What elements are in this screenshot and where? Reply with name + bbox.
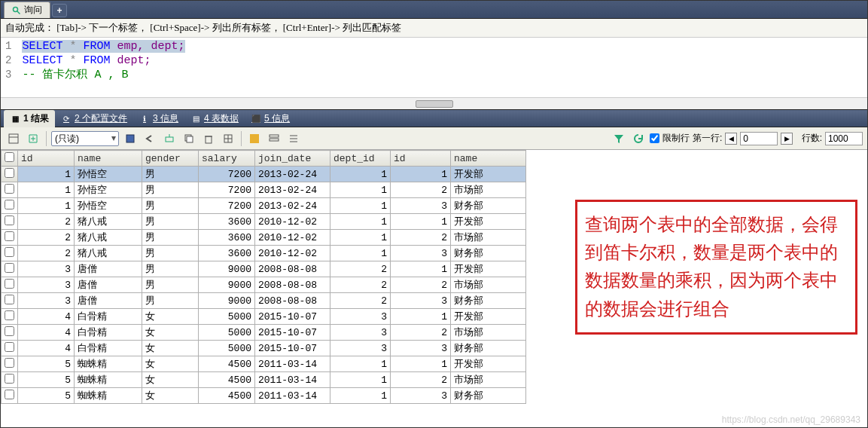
cell-id2[interactable]: 2 <box>391 230 451 246</box>
first-row-input[interactable] <box>740 132 778 145</box>
table-row[interactable]: 5蜘蛛精女45002011-03-1412市场部 <box>2 372 526 388</box>
cell-name[interactable]: 蜘蛛精 <box>75 372 142 388</box>
first-row-next[interactable]: ▶ <box>781 133 793 145</box>
filter-button[interactable] <box>611 130 627 147</box>
col-join-date[interactable]: join_date <box>255 151 330 167</box>
cell-gender[interactable]: 男 <box>142 230 199 246</box>
cell-salary[interactable]: 4500 <box>199 388 255 404</box>
cell-gender[interactable]: 男 <box>142 214 199 230</box>
tab-info2[interactable]: ⬛ 5 信息 <box>245 110 296 127</box>
cell-id[interactable]: 4 <box>18 309 75 325</box>
cell-name[interactable]: 猪八戒 <box>75 246 142 261</box>
cell-id2[interactable]: 1 <box>391 261 451 277</box>
table-row[interactable]: 5蜘蛛精女45002011-03-1411开发部 <box>2 356 526 372</box>
cell-name[interactable]: 蜘蛛精 <box>75 388 142 404</box>
row-checkbox[interactable] <box>2 293 18 309</box>
cell-name[interactable]: 白骨精 <box>75 309 142 325</box>
col-salary[interactable]: salary <box>199 151 255 167</box>
undo-button[interactable] <box>142 130 158 147</box>
insert-row-button[interactable] <box>5 130 22 147</box>
cell-name2[interactable]: 市场部 <box>451 182 526 198</box>
cell-salary[interactable]: 9000 <box>199 261 255 277</box>
cell-join-date[interactable]: 2013-02-24 <box>255 182 330 198</box>
cell-id2[interactable]: 3 <box>391 388 451 404</box>
row-checkbox[interactable] <box>2 341 18 356</box>
col-gender[interactable]: gender <box>142 151 199 167</box>
cell-join-date[interactable]: 2015-10-07 <box>255 325 330 341</box>
cell-join-date[interactable]: 2010-12-02 <box>255 246 330 261</box>
row-checkbox[interactable] <box>2 230 18 246</box>
view-text-button[interactable] <box>285 130 302 147</box>
cell-gender[interactable]: 男 <box>142 293 199 309</box>
row-checkbox[interactable] <box>2 182 18 198</box>
cell-name2[interactable]: 财务部 <box>451 246 526 261</box>
cell-id2[interactable]: 1 <box>391 356 451 372</box>
cell-gender[interactable]: 男 <box>142 167 199 182</box>
table-row[interactable]: 4白骨精女50002015-10-0731开发部 <box>2 309 526 325</box>
cell-name2[interactable]: 财务部 <box>451 198 526 214</box>
cell-dept-id[interactable]: 3 <box>330 341 391 356</box>
save-button[interactable] <box>122 130 139 147</box>
delete-button[interactable] <box>200 130 217 147</box>
cell-id2[interactable]: 3 <box>391 198 451 214</box>
row-checkbox[interactable] <box>2 198 18 214</box>
cell-id[interactable]: 5 <box>18 356 75 372</box>
cell-join-date[interactable]: 2011-03-14 <box>255 372 330 388</box>
cell-join-date[interactable]: 2013-02-24 <box>255 167 330 182</box>
table-row[interactable]: 1孙悟空男72002013-02-2411开发部 <box>2 167 526 182</box>
table-row[interactable]: 1孙悟空男72002013-02-2413财务部 <box>2 198 526 214</box>
cell-dept-id[interactable]: 1 <box>330 356 391 372</box>
cell-join-date[interactable]: 2008-08-08 <box>255 277 330 293</box>
limit-rows-checkbox[interactable] <box>650 133 659 143</box>
cell-name[interactable]: 白骨精 <box>75 341 142 356</box>
select-all-header[interactable] <box>2 151 18 167</box>
cell-id2[interactable]: 2 <box>391 325 451 341</box>
new-tab-button[interactable]: + <box>52 4 67 17</box>
cell-id2[interactable]: 2 <box>391 277 451 293</box>
code-area[interactable]: SELECT * FROM emp, dept; SELECT * FROM d… <box>22 38 184 84</box>
row-checkbox[interactable] <box>2 372 18 388</box>
table-row[interactable]: 3唐僧男90002008-08-0822市场部 <box>2 277 526 293</box>
row-checkbox[interactable] <box>2 277 18 293</box>
cell-gender[interactable]: 女 <box>142 341 199 356</box>
cell-dept-id[interactable]: 1 <box>330 167 391 182</box>
cell-salary[interactable]: 5000 <box>199 309 255 325</box>
table-row[interactable]: 4白骨精女50002015-10-0733财务部 <box>2 341 526 356</box>
cell-join-date[interactable]: 2011-03-14 <box>255 388 330 404</box>
row-checkbox[interactable] <box>2 246 18 261</box>
cell-gender[interactable]: 男 <box>142 261 199 277</box>
cell-gender[interactable]: 女 <box>142 309 199 325</box>
view-form-button[interactable] <box>266 130 282 147</box>
table-row[interactable]: 2猪八戒男36002010-12-0211开发部 <box>2 214 526 230</box>
cell-name2[interactable]: 市场部 <box>451 372 526 388</box>
cell-salary[interactable]: 9000 <box>199 277 255 293</box>
cell-join-date[interactable]: 2008-08-08 <box>255 293 330 309</box>
cell-name[interactable]: 白骨精 <box>75 325 142 341</box>
cell-id[interactable]: 3 <box>18 277 75 293</box>
cell-dept-id[interactable]: 1 <box>330 388 391 404</box>
cell-name[interactable]: 唐僧 <box>75 293 142 309</box>
sql-editor[interactable]: 1 2 3 SELECT * FROM emp, dept; SELECT * … <box>1 38 867 109</box>
query-tab[interactable]: 询问 <box>4 2 50 18</box>
row-checkbox[interactable] <box>2 309 18 325</box>
cell-id2[interactable]: 1 <box>391 309 451 325</box>
row-checkbox[interactable] <box>2 356 18 372</box>
cell-name[interactable]: 唐僧 <box>75 277 142 293</box>
cell-salary[interactable]: 5000 <box>199 341 255 356</box>
cell-name[interactable]: 蜘蛛精 <box>75 356 142 372</box>
cell-id[interactable]: 1 <box>18 182 75 198</box>
cell-id2[interactable]: 3 <box>391 341 451 356</box>
table-row[interactable]: 3唐僧男90002008-08-0823财务部 <box>2 293 526 309</box>
cell-salary[interactable]: 5000 <box>199 325 255 341</box>
result-grid[interactable]: id name gender salary join_date dept_id … <box>1 150 526 404</box>
first-row-prev[interactable]: ◀ <box>725 133 737 145</box>
cell-name2[interactable]: 开发部 <box>451 261 526 277</box>
cell-id[interactable]: 2 <box>18 246 75 261</box>
cell-salary[interactable]: 3600 <box>199 214 255 230</box>
cell-gender[interactable]: 女 <box>142 356 199 372</box>
table-row[interactable]: 2猪八戒男36002010-12-0213财务部 <box>2 246 526 261</box>
row-checkbox[interactable] <box>2 167 18 182</box>
cell-dept-id[interactable]: 2 <box>330 261 391 277</box>
cell-dept-id[interactable]: 2 <box>330 293 391 309</box>
cell-name[interactable]: 猪八戒 <box>75 230 142 246</box>
